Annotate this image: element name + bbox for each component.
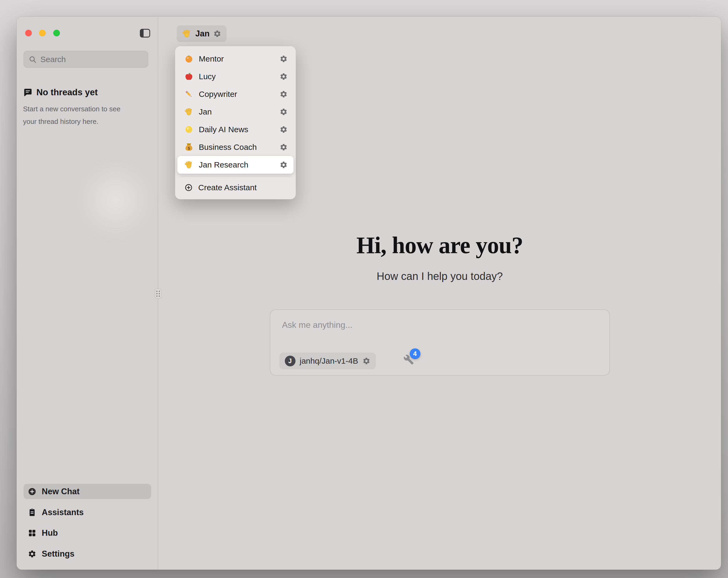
model-name: janhq/Jan-v1-4B [300,356,358,366]
assistant-menu-item-business-coach[interactable]: $ Business Coach [177,139,293,156]
sidebar-toggle-icon [140,29,150,38]
toggle-sidebar-button[interactable] [139,28,151,39]
assistant-selector-button[interactable]: Jan [177,25,227,42]
assistants-icon [28,508,36,517]
empty-state-line1: Start a new conversation to see [23,103,144,115]
waving-hand-icon [182,29,191,39]
create-assistant-label: Create Assistant [198,183,257,192]
sidebar-item-label: Assistants [42,508,84,517]
empty-state-title: No threads yet [36,87,98,97]
assistant-settings-gear-icon[interactable] [280,90,288,98]
assistant-menu-item-daily-ai-news[interactable]: Daily AI News [177,121,293,139]
search-input[interactable] [41,55,143,64]
sidebar-item-hub[interactable]: Hub [24,525,151,541]
background-blob [72,156,158,244]
sidebar-item-settings[interactable]: Settings [24,546,151,561]
greeting-subtitle: How can I help you today? [158,270,721,282]
create-assistant-button[interactable]: Create Assistant [177,179,293,196]
sidebar: No threads yet Start a new conversation … [17,17,158,570]
assistant-menu-item-jan-research[interactable]: Jan Research [177,156,293,174]
sidebar-item-label: New Chat [42,487,79,496]
chat-bubble-icon [24,88,32,97]
current-assistant-name: Jan [195,29,209,39]
search-field[interactable] [24,51,148,68]
sidebar-item-new-chat[interactable]: New Chat [24,484,151,499]
sidebar-resize-handle[interactable] [155,289,161,298]
main-area: Jan Mentor Lucy [158,17,721,570]
zoom-button[interactable] [53,30,60,36]
assistant-menu-item-jan[interactable]: Jan [177,103,293,121]
assistant-settings-gear-icon[interactable] [280,143,288,151]
settings-gear-icon [28,550,36,558]
assistant-menu-item-copywriter[interactable]: Copywriter [177,85,293,103]
yellow-circle-icon [184,125,193,134]
menu-divider [181,176,290,177]
assistant-menu-item-lucy[interactable]: Lucy [177,68,293,85]
assistant-settings-gear-icon[interactable] [213,30,221,38]
assistant-settings-gear-icon[interactable] [280,73,288,80]
search-icon [29,55,37,64]
sidebar-item-assistants[interactable]: Assistants [24,505,151,520]
assistant-settings-gear-icon[interactable] [280,161,288,169]
plus-circle-icon [28,487,36,496]
minimize-button[interactable] [39,30,46,36]
svg-text:$: $ [187,146,190,150]
assistant-settings-gear-icon[interactable] [280,108,288,116]
close-button[interactable] [25,30,32,36]
pencil-icon [184,90,193,99]
tools-button[interactable]: 4 [403,354,415,366]
empty-state-line2: your thread history here. [23,115,144,128]
assistant-settings-gear-icon[interactable] [280,55,288,63]
waving-hand-icon [184,160,193,169]
sidebar-item-label: Settings [42,549,74,559]
hub-icon [28,529,36,537]
model-avatar: J [285,356,295,366]
app-window: No threads yet Start a new conversation … [17,17,721,570]
money-bag-icon: $ [184,143,193,152]
assistant-menu-item-mentor[interactable]: Mentor [177,50,293,68]
tools-count-badge: 4 [410,348,420,359]
chat-input[interactable]: Ask me anything... J janhq/Jan-v1-4B 4 [270,309,610,376]
apple-icon [184,72,193,81]
waving-hand-icon [184,107,193,117]
model-settings-gear-icon[interactable] [362,357,370,365]
empty-state-description: Start a new conversation to see your thr… [23,103,144,128]
assistant-dropdown-menu: Mentor Lucy [175,46,296,199]
model-selector[interactable]: J janhq/Jan-v1-4B [279,353,375,369]
orange-circle-icon [184,54,193,64]
chat-input-placeholder: Ask me anything... [282,320,353,330]
empty-state-header: No threads yet [24,87,98,97]
sidebar-item-label: Hub [42,528,58,538]
plus-circle-outline-icon [184,183,193,192]
greeting-title: Hi, how are you? [158,232,721,259]
assistant-settings-gear-icon[interactable] [280,126,288,133]
